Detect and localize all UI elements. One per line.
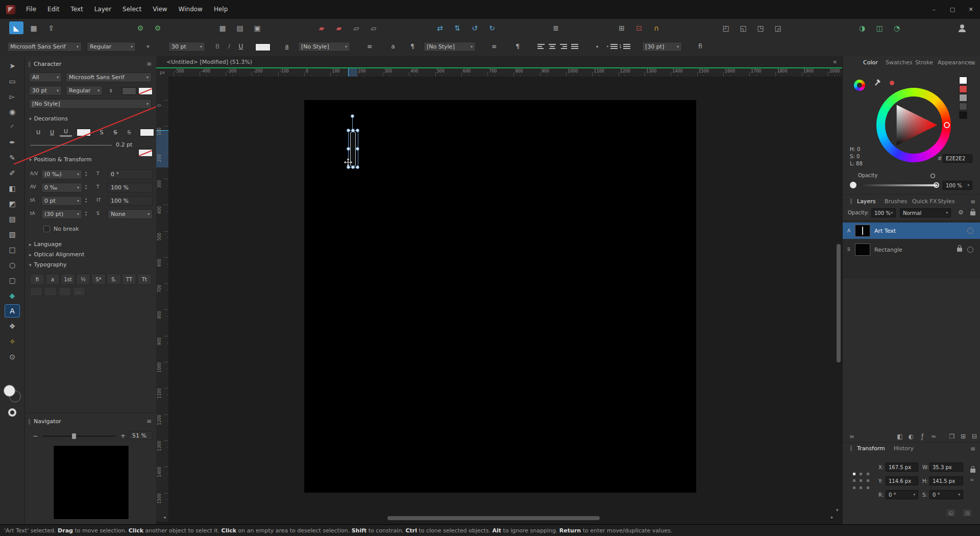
transform-r-field[interactable]: 0 °▾ — [886, 490, 918, 499]
ellipse-tool[interactable]: ○ — [5, 258, 20, 272]
account-icon[interactable] — [955, 21, 969, 34]
insert-on-top-icon[interactable]: ▰ — [332, 21, 346, 34]
align-right-icon[interactable] — [558, 41, 569, 52]
layer-visibility-toggle[interactable] — [967, 247, 973, 253]
pen-tool[interactable]: ✒ — [5, 136, 20, 149]
hue-ring-selector[interactable] — [944, 122, 950, 128]
stroke-width-value[interactable]: 0.2 pt — [116, 141, 132, 148]
drag-handle-icon[interactable]: ‖ — [28, 419, 31, 424]
move-tool[interactable]: ➤ — [5, 59, 20, 72]
color-wheel-mode-icon[interactable] — [854, 80, 865, 91]
arrange-icon[interactable]: ≣ — [549, 21, 563, 34]
font-variant-icon[interactable]: ▾ — [143, 41, 153, 52]
character-text-style-select[interactable]: [No Style] ▾ — [29, 99, 152, 109]
underline-button[interactable]: U — [236, 41, 246, 52]
force-pixel-alignment-icon[interactable]: ⊡ — [632, 21, 646, 34]
tab-styles[interactable]: Styles — [938, 198, 954, 205]
tab-stroke[interactable]: Stroke — [915, 59, 933, 66]
opacity-slider-handle[interactable] — [934, 182, 939, 188]
language-section-header[interactable]: ▸ Language — [29, 241, 62, 248]
tab-color[interactable]: Color — [863, 59, 878, 66]
stepper-icon[interactable]: ▴▾ — [85, 170, 87, 177]
maximize-button[interactable]: ▢ — [943, 0, 962, 19]
transform-option-button[interactable]: ◳ — [962, 508, 972, 517]
selection-handle[interactable] — [356, 129, 359, 132]
zoom-tool[interactable]: ⊙ — [5, 350, 20, 363]
canvas-viewport[interactable] — [168, 77, 842, 522]
transform-y-field[interactable]: 114.6 px — [886, 476, 918, 485]
snapping-icon[interactable]: ∩ — [649, 21, 664, 34]
color-swatch[interactable] — [959, 77, 967, 84]
no-break-checkbox[interactable] — [43, 226, 50, 232]
transform-option-button[interactable]: ◱ — [946, 508, 956, 517]
fill-swatch[interactable] — [4, 385, 15, 397]
blend-options-icon[interactable]: ≈ — [928, 432, 939, 441]
character-font-weight-select[interactable]: Regular ▾ — [66, 86, 103, 95]
contour-tool[interactable]: ◉ — [5, 105, 20, 118]
hsl-color-wheel[interactable] — [876, 88, 951, 162]
stepper-icon[interactable]: ▴▾ — [85, 197, 87, 203]
scroll-down-icon[interactable]: ▾ — [836, 507, 839, 513]
fill-tool[interactable]: ◧ — [5, 182, 20, 195]
fill-stroke-swatches[interactable] — [4, 385, 21, 402]
document-tab[interactable]: <Untitled> [Modified] (51.3%) — [166, 59, 252, 65]
zoom-in-button[interactable]: + — [119, 432, 127, 440]
no-stroke-swatch[interactable] — [138, 87, 153, 95]
menu-help[interactable]: Help — [208, 0, 233, 19]
color-picker-tool[interactable]: ✧ — [5, 335, 20, 348]
vector-brush-tool[interactable]: ✐ — [5, 166, 20, 180]
menu-layer[interactable]: Layer — [89, 0, 117, 19]
kerning-select[interactable]: (0 ‰)▾ — [41, 169, 82, 179]
navigator-thumbnail[interactable] — [53, 445, 129, 520]
position-transform-section-header[interactable]: ▾ Position & Transform — [29, 156, 92, 163]
flip-horizontal-icon[interactable]: ⇄ — [433, 21, 447, 34]
stepper-icon[interactable]: ▴▾ — [85, 210, 87, 216]
panel-menu-icon[interactable]: ≡ — [970, 59, 975, 66]
paragraph-style-select[interactable]: [No Style] ▾ — [424, 42, 476, 52]
pixel-persona-icon[interactable]: ▦ — [27, 21, 41, 34]
horizontal-scrollbar[interactable] — [172, 516, 830, 520]
zoom-value-field[interactable]: 51 % — [129, 431, 153, 440]
selection-handle[interactable] — [347, 129, 350, 132]
leading-select[interactable]: (30 pt)▾ — [41, 209, 82, 219]
artistic-text-tool[interactable]: A — [5, 304, 20, 318]
typography-more-box[interactable]: … — [73, 287, 85, 296]
transparency-tool[interactable]: ◩ — [5, 197, 20, 210]
secondary-color-swatch[interactable] — [8, 408, 16, 417]
panel-menu-icon[interactable]: ≡ — [146, 418, 152, 425]
underline-style-0-button[interactable]: U — [32, 128, 44, 137]
insert-behind-icon[interactable]: ▰ — [314, 21, 329, 34]
underline-style-icon[interactable]: a — [282, 41, 292, 52]
rounded-rectangle-tool[interactable]: ▢ — [5, 274, 20, 287]
add-layer-icon[interactable]: ⊞ — [958, 432, 968, 441]
color-swatch[interactable] — [959, 94, 967, 102]
selection-handle[interactable] — [347, 147, 350, 151]
transform-x-field[interactable]: 167.5 px — [886, 462, 918, 472]
transform-s-field[interactable]: 0 °▾ — [929, 490, 963, 499]
typography-s-button[interactable]: S. — [107, 274, 121, 285]
selection-handle[interactable] — [356, 165, 359, 169]
tab-brushes[interactable]: Brushes — [885, 198, 907, 205]
underline-style-1-button[interactable]: U — [46, 128, 58, 137]
style-picker-tool[interactable]: ❖ — [5, 320, 20, 333]
drag-handle-icon[interactable]: ‖ — [28, 61, 31, 67]
typography-s-button[interactable]: S* — [91, 274, 106, 285]
numbered-list-icon[interactable]: 1 — [619, 41, 631, 52]
live-filter-icon[interactable]: ƒ — [917, 432, 927, 441]
no-decoration-swatch[interactable] — [138, 149, 153, 157]
horizontal-ruler[interactable]: -500-400-300-200-10001002003004005006007… — [168, 68, 842, 77]
typography--button[interactable]: ½ — [76, 274, 90, 285]
panel-menu-icon[interactable]: ≡ — [970, 198, 975, 205]
typography-option-box[interactable] — [44, 287, 57, 296]
node-tool[interactable]: ▻ — [5, 90, 20, 103]
tab-swatches[interactable]: Swatches — [886, 59, 913, 66]
menu-window[interactable]: Window — [173, 0, 208, 19]
edit-all-layers-icon[interactable]: ◰ — [719, 21, 733, 34]
character-font-size-select[interactable]: 30 pt ▾ — [29, 86, 62, 95]
insert-target-top-icon[interactable]: ◳ — [753, 21, 768, 34]
typography-section-header[interactable]: ▾ Typography — [29, 261, 66, 268]
bold-button[interactable]: B — [212, 41, 223, 52]
insert-inside-icon[interactable]: ▱ — [349, 21, 363, 34]
delete-layer-icon[interactable]: ⊟ — [969, 432, 979, 441]
selection-handle[interactable] — [351, 129, 355, 132]
